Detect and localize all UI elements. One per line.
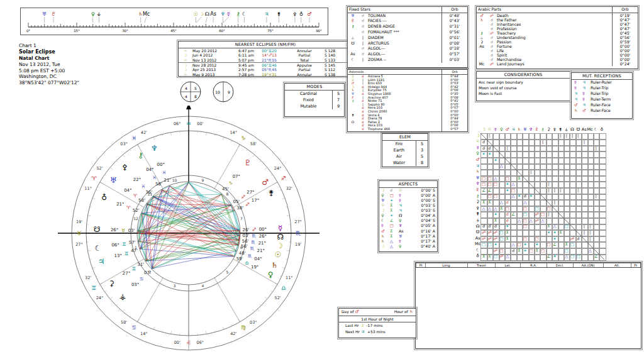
grid-header-saturn: ♄ [475, 169, 480, 175]
eclipse-luminary-icon: ☽ [179, 67, 192, 72]
fixed-star-name: DIADEM [368, 35, 441, 41]
grid-header-juno: ⚵ [475, 211, 480, 217]
grid-aspect-cell: ✶ [492, 157, 498, 163]
grid-aspect-cell: ∥ [593, 145, 599, 151]
cusp-minute: 19' [295, 242, 301, 247]
grid-header-moon: ☽ [475, 133, 480, 140]
consideration-item: Moon void of course [479, 85, 568, 91]
wheel-deg-neptune: 00° [157, 162, 165, 167]
wheel-sign-juno: ♐ [245, 202, 250, 207]
wheel-min-pallas: 36' [145, 190, 152, 195]
grid-header-eris: ♁ [475, 253, 480, 260]
grid-header-mercury: ☿ [492, 127, 498, 132]
wheel-deg-mercury: 00° [259, 227, 267, 232]
cusp-degree: 06° [197, 340, 204, 345]
dial-tick-label: 75° [267, 29, 274, 33]
cusp-degree: 27° [75, 242, 83, 247]
cusp-minute: 00' [174, 340, 180, 345]
wheel-sign-mars: ♐ [241, 194, 245, 200]
mode-row-count: 5 [333, 91, 344, 97]
fixed-star-orb-label: Orb [441, 7, 467, 13]
aspect-row: ♄△☿0°17' A [379, 239, 437, 244]
grid-aspect-cell: □ [564, 224, 569, 230]
chart-coords: 38°N53'42" 077°W02'12" [19, 80, 107, 86]
arabic-part-aspect-glyph: ☍ [487, 62, 497, 66]
cusp-minute: 58' [121, 320, 127, 325]
dial-tick-label: 45° [170, 29, 177, 33]
arabic-part-orb: 0°24' [612, 62, 638, 66]
wheel-planet-moon: ☽ [276, 241, 283, 250]
grid-header-ceres: ⚳ [475, 199, 480, 206]
aspect-p1-glyph: ♄ [381, 239, 390, 244]
arabic-part-aspect-glyph: ☌ [487, 22, 497, 26]
grid-aspect-cell: ✶ [504, 187, 510, 194]
grid-aspect-cell: ☍ [534, 211, 540, 217]
nearest-eclipses-title: NEAREST ECLIPSES (NM/FM) [179, 41, 352, 48]
grid-aspect-cell: □ [522, 211, 528, 217]
wheel-deg-pallas: 22° [133, 177, 141, 182]
asteroids-box: AsteroidsOrb☉☌Astraea 50°44'☉∥Lilith 118… [347, 69, 468, 132]
ninety-degree-dial: 0°15°30°45°60°75°90°♅♇♀⚶♄Mc☉☽☊As♆☿⚷☾♃⚵⚴♁… [20, 8, 328, 35]
eclipse-kind: Total [284, 58, 325, 62]
arabic-part-orb: 0°47' [612, 18, 638, 22]
chart-place: Washington, DC [19, 74, 107, 80]
grid-aspect-cell: △ [510, 194, 516, 200]
cusp-sign-♉: ♉ [77, 230, 82, 236]
aspect-p1-glyph: ☉ [381, 203, 390, 208]
mut-kind: Ruler-Face [591, 102, 632, 108]
arabic-part-aspect-glyph: ☌ [487, 53, 497, 57]
wheel-min-ceres: 31' [137, 262, 144, 267]
arabic-part-orb: 0°00' [612, 44, 638, 48]
cusp-degree: 14° [230, 130, 237, 135]
grid-aspect-cell: △ [487, 206, 492, 212]
fixed-star-aspect-glyph: ☌ [358, 52, 368, 57]
cusp-minute: 42' [230, 331, 236, 336]
element-row: Earth3 [382, 147, 428, 153]
wheel-deg-snode: 26° [111, 228, 118, 233]
arabic-part-point-glyph [477, 48, 487, 53]
grid-aspect-cell: ∥ [558, 133, 564, 140]
ephem-col-alt: Alt. [603, 263, 631, 268]
grid-aspect-cell: □ [522, 224, 528, 230]
fixed-star-point-glyph: ⚶ [348, 35, 358, 41]
aspect-row: ♄⊼♅0°17' A [379, 234, 437, 239]
arabic-part-orb: 0°19' [612, 13, 638, 18]
fixed-star-row: ⚶∥DIADEM0°01' [348, 35, 467, 41]
mut-kind: Ruler-Trip [591, 85, 632, 91]
grid-aspect-cell: ☌ [487, 224, 492, 230]
grid-aspect-cell: ∥ [581, 224, 587, 230]
house-number-9: 9 [202, 178, 204, 182]
grid-aspect-cell: △ [499, 163, 504, 170]
aspect-type-glyph: △ [390, 244, 399, 249]
chart-date: Nov 13 2012, Tue [19, 62, 107, 68]
arabic-part-name: Inheritances [497, 22, 612, 26]
grid-aspect-cell: ∥ [564, 133, 569, 140]
aspects-box: ASPECTS ☽☌☉0°00' S♀□☿0°00' A♅✶☿0°00' S☉⊼… [379, 180, 438, 252]
grid-aspect-cell: ∥ [504, 145, 510, 151]
mut-glyph-a: ☿ [574, 85, 582, 91]
cusp-sign-♓: ♓ [131, 135, 136, 141]
mut-kind: Ruler-Ruler [591, 80, 632, 85]
grid-aspect-cell: ☍ [487, 229, 492, 236]
grid-header-uranus: ♅ [522, 127, 528, 132]
mode-row-count: 7 [333, 97, 344, 103]
grid-aspect-cell: ✶ [480, 151, 486, 157]
fixed-star-point-glyph: ⚷ [348, 24, 358, 30]
wheel-sign-nnode: ♏ [252, 233, 257, 239]
eclipse-kind: Partial [284, 67, 325, 72]
grid-header-lilith: ☾ [593, 127, 599, 132]
chart-info: Chart 1 Solar Eclipse Natal Chart Nov 13… [19, 43, 107, 86]
grid-aspect-cell: □ [540, 248, 545, 254]
fixed-star-aspect-glyph: ∥ [358, 57, 368, 63]
element-row: Air5 [382, 153, 428, 160]
aspect-row: ☽☌☉0°00' S [379, 188, 437, 193]
mut-reception-row: ♃☿Ruler-Term [572, 97, 632, 102]
grid-header-chiron: ⚷ [540, 127, 545, 132]
grid-aspect-cell: ∠ [546, 254, 552, 260]
fixed-star-row: ☌FOMALHAUT ***0°56' [348, 30, 467, 35]
wheel-min-jupiter: 47' [131, 248, 138, 253]
mut-glyph-b: ♃ [582, 80, 591, 85]
grid-header-chiron: ⚷ [475, 194, 480, 200]
aspect-orb: 0°17' A [408, 239, 437, 244]
considerations-title: CONSIDERATIONS [477, 72, 570, 79]
